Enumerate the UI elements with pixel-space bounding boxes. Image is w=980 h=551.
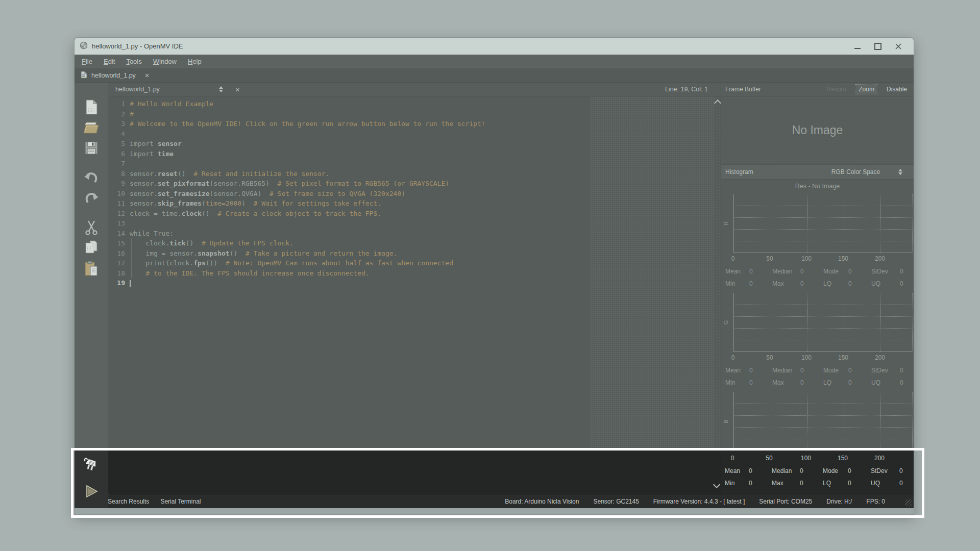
menu-window[interactable]: Window — [153, 58, 177, 65]
code-line-16[interactable]: 16 img = sensor.snapshot() # Take a pict… — [108, 248, 590, 259]
open-folder-icon — [83, 120, 100, 137]
copy-button[interactable] — [81, 239, 102, 259]
line-content: sensor.set_framesize(sensor.QVGA) # Set … — [130, 189, 405, 199]
bottom-tab-search-results[interactable]: Search Results — [108, 498, 149, 505]
file-close-icon[interactable]: × — [235, 86, 240, 93]
histogram-B-block: B — [721, 392, 914, 448]
vertical-scrollbar[interactable] — [714, 96, 721, 448]
line-number: 10 — [108, 189, 125, 199]
menu-tools[interactable]: Tools — [126, 58, 141, 65]
line-number: 2 — [108, 109, 125, 119]
paste-button[interactable] — [81, 259, 102, 280]
menu-edit[interactable]: Edit — [104, 58, 115, 65]
record-button[interactable]: Record — [824, 85, 849, 94]
status-sensor: Sensor: GC2145 — [593, 498, 639, 505]
line-content: while True: — [130, 229, 174, 239]
openmv-logo-icon — [80, 41, 88, 52]
histogram-title: Histogram — [725, 168, 787, 176]
line-number: 19 — [108, 278, 125, 288]
line-number: 14 — [108, 229, 125, 239]
line-content: import time — [130, 149, 174, 159]
open-folder-button[interactable] — [81, 118, 102, 139]
desktop: helloworld_1.py - OpenMV IDE FileEditToo… — [0, 0, 980, 551]
status-firmware-version: Firmware Version: 4.4.3 - [ latest ] — [653, 498, 745, 505]
code-line-9[interactable]: 9sensor.set_pixformat(sensor.RGB565) # S… — [108, 179, 590, 189]
menu-help[interactable]: Help — [188, 58, 202, 65]
hist-B-plot: B — [733, 392, 913, 448]
disable-button[interactable]: Disable — [884, 85, 910, 94]
save-button[interactable] — [81, 139, 102, 159]
code-line-1[interactable]: 1# Hello World Example — [108, 99, 590, 109]
python-file-icon — [81, 71, 87, 80]
color-space-select[interactable]: RGB Color Space — [787, 168, 894, 176]
tab-close-icon[interactable]: × — [145, 71, 150, 79]
undo-icon — [83, 170, 100, 187]
bottom-tab-serial-terminal[interactable]: Serial Terminal — [160, 498, 201, 505]
window-bottom-frame — [75, 508, 914, 515]
hist-G-stats: Mean0Median0Mode0StDev0 — [721, 364, 914, 377]
line-content: # Welcome to the OpenMV IDE! Click on th… — [130, 119, 485, 129]
resize-grip[interactable] — [905, 499, 912, 507]
bottom-tabs: Search ResultsSerial Terminal — [108, 498, 201, 505]
minimize-button[interactable] — [853, 42, 862, 51]
code-line-2[interactable]: 2# — [108, 109, 590, 119]
line-number: 18 — [108, 268, 125, 279]
line-content: # — [130, 109, 134, 119]
close-button[interactable] — [894, 42, 902, 51]
editor-body[interactable]: 1# Hello World Example2#3# Welcome to th… — [108, 96, 721, 448]
connect-button[interactable] — [81, 456, 102, 476]
editor-column: helloworld_1.py × Line: 19, Col: 1 1# He… — [108, 83, 721, 448]
save-icon — [84, 140, 99, 158]
code-line-10[interactable]: 10sensor.set_framesize(sensor.QVGA) # Se… — [108, 189, 590, 199]
status-board: Board: Arduino Nicla Vision — [505, 498, 579, 505]
hist-B-stats: Mean0Median0Mode0StDev0 — [721, 465, 914, 477]
redo-button[interactable] — [81, 189, 102, 209]
open-file-selector[interactable]: helloworld_1.py × — [115, 86, 240, 93]
scroll-up-icon[interactable] — [714, 99, 721, 107]
code-line-13[interactable]: 13 — [108, 218, 590, 229]
frame-buffer-title: Frame Buffer — [725, 86, 761, 93]
code-line-8[interactable]: 8sensor.reset() # Reset and initialize t… — [108, 169, 590, 179]
code-area[interactable]: 1# Hello World Example2#3# Welcome to th… — [108, 96, 590, 448]
code-line-4[interactable]: 4 — [108, 129, 590, 139]
hist-B-dark-x-ticks: 050100150200 — [721, 453, 914, 465]
menu-file[interactable]: File — [82, 58, 92, 65]
code-line-17[interactable]: 17 print(clock.fps()) # Note: OpenMV Cam… — [108, 258, 590, 268]
tab-helloworld[interactable]: helloworld_1.py × — [81, 71, 150, 80]
code-line-3[interactable]: 3# Welcome to the OpenMV IDE! Click on t… — [108, 119, 590, 129]
line-number: 9 — [108, 179, 125, 189]
code-line-11[interactable]: 11sensor.skip_frames(time=2000) # Wait f… — [108, 198, 590, 209]
bottom-pane: 050100150200Mean0Median0Mode0StDev0Min0M… — [75, 448, 914, 508]
code-line-12[interactable]: 12clock = time.clock() # Create a clock … — [108, 209, 590, 219]
code-line-15[interactable]: 15 clock.tick() # Update the FPS clock. — [108, 238, 590, 248]
line-number: 4 — [108, 129, 125, 139]
code-line-18[interactable]: 18 # to the IDE. The FPS should increase… — [108, 268, 590, 279]
new-file-button[interactable] — [81, 98, 102, 118]
code-line-6[interactable]: 6import time — [108, 149, 590, 159]
zoom-button[interactable]: Zoom — [856, 85, 877, 94]
line-content: sensor.reset() # Reset and initialize th… — [130, 169, 329, 179]
code-line-7[interactable]: 7 — [108, 159, 590, 169]
paste-icon — [84, 260, 99, 279]
code-line-14[interactable]: 14while True: — [108, 229, 590, 239]
main-content: helloworld_1.py × Line: 19, Col: 1 1# He… — [75, 83, 914, 448]
title-bar[interactable]: helloworld_1.py - OpenMV IDE — [75, 38, 914, 55]
openmv-ide-window: helloworld_1.py - OpenMV IDE FileEditToo… — [74, 37, 914, 515]
serial-terminal-area[interactable] — [108, 448, 721, 495]
hist-R-x-ticks: 050100150200 — [721, 253, 914, 265]
indent-guide — [131, 238, 132, 278]
line-number: 6 — [108, 149, 125, 159]
scroll-down-icon[interactable] — [713, 481, 720, 488]
text-cursor — [130, 280, 131, 287]
line-number: 5 — [108, 139, 125, 149]
run-script-button[interactable] — [81, 481, 102, 502]
line-number: 12 — [108, 209, 125, 219]
status-drive: Drive: H:/ — [826, 498, 852, 505]
line-number: 8 — [108, 169, 125, 179]
code-line-5[interactable]: 5import sensor — [108, 139, 590, 149]
cut-button[interactable] — [81, 218, 102, 239]
line-content: img = sensor.snapshot() # Take a picture… — [130, 248, 397, 259]
undo-button[interactable] — [81, 168, 102, 189]
code-line-19[interactable]: 19 — [108, 278, 590, 288]
maximize-button[interactable] — [874, 42, 882, 51]
